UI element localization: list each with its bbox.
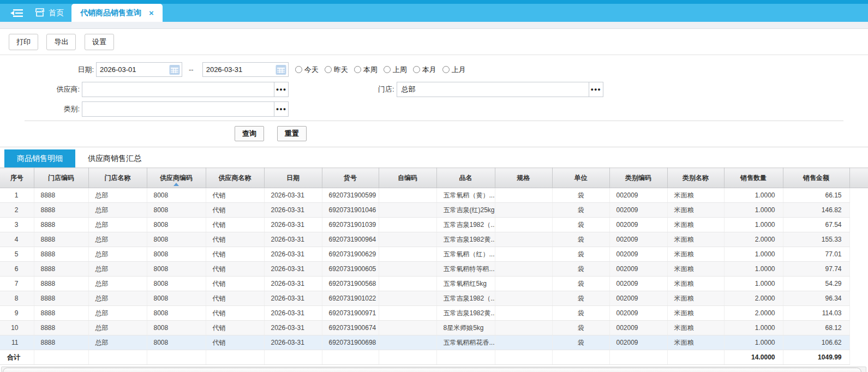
print-button[interactable]: 打印: [9, 34, 38, 50]
column-header[interactable]: 单位: [552, 168, 609, 188]
column-header[interactable]: 销售金额: [783, 168, 849, 188]
cell-unit: 袋: [552, 203, 609, 218]
radio-icon: [384, 66, 391, 73]
horizontal-scrollbar-thumb[interactable]: [3, 368, 861, 372]
column-header[interactable]: 品名: [436, 168, 495, 188]
cell-supplier-code: 8008: [147, 188, 206, 203]
date-from-input[interactable]: [97, 63, 166, 76]
cell-item-no: 6920731901022: [322, 291, 379, 306]
radio-label: 上月: [452, 65, 466, 75]
cell-self-code: [379, 291, 436, 306]
column-header[interactable]: 供应商名称: [206, 168, 264, 188]
cell-item-no: 6920731900964: [322, 232, 379, 247]
table-row[interactable]: 38888总部8008代销2026-03-316920731901039五常吉泉…: [0, 218, 868, 232]
radio-last-week[interactable]: 上周: [384, 65, 407, 75]
table-row[interactable]: 118888总部8008代销2026-03-316920731900698五常氧…: [0, 335, 868, 350]
supplier-picker-button[interactable]: ●●●: [274, 82, 289, 97]
column-header[interactable]: 序号: [0, 168, 34, 188]
cell-item-no: 6920731900599: [322, 188, 379, 203]
cell-cat-name: 米面粮: [667, 218, 724, 232]
calendar-icon[interactable]: [276, 64, 286, 77]
sort-ascending-icon: [173, 183, 179, 186]
column-header[interactable]: 供应商编码: [147, 168, 206, 188]
total-empty-cell: [667, 350, 724, 365]
cell-product: 五常氧稻稻花香...: [436, 335, 495, 350]
collapse-menu-icon[interactable]: [10, 4, 23, 22]
table-row[interactable]: 88888总部8008代销2026-03-316920731901022五常吉泉…: [0, 291, 868, 306]
column-header[interactable]: 类别名称: [667, 168, 724, 188]
supplier-label: 供应商:: [0, 85, 80, 94]
cell-item-no: 6920731901046: [322, 203, 379, 218]
category-label: 类别:: [0, 104, 80, 114]
cell-product: 五常吉泉(红)25kg: [436, 203, 495, 218]
close-tab-icon[interactable]: ×: [149, 9, 154, 17]
cell-product: 五常氧稻特等稻...: [436, 262, 495, 277]
category-picker-button[interactable]: ●●●: [274, 101, 289, 117]
cell-unit: 袋: [552, 335, 609, 350]
cell-product: 五常吉泉1982（...: [436, 291, 495, 306]
export-button[interactable]: 导出: [46, 34, 76, 50]
table-row[interactable]: 58888总部8008代销2026-03-316920731900629五常氧稻…: [0, 247, 868, 262]
cell-store-name: 总部: [88, 262, 147, 277]
radio-yesterday[interactable]: 昨天: [325, 65, 348, 75]
cell-cat-code: 002009: [609, 335, 667, 350]
column-header[interactable]: 货号: [322, 168, 379, 188]
table-row[interactable]: 78888总部8008代销2026-03-316920731900568五常氧稻…: [0, 277, 868, 291]
radio-this-week[interactable]: 本周: [354, 65, 378, 75]
column-header[interactable]: 销售数量: [724, 168, 783, 188]
radio-icon: [413, 66, 420, 73]
horizontal-scrollbar[interactable]: [1, 367, 866, 372]
query-button[interactable]: 查询: [235, 126, 264, 141]
cell-filler: [849, 306, 868, 321]
tab-product-sales-detail[interactable]: 商品销售明细: [4, 149, 75, 167]
column-header[interactable]: 门店名称: [88, 168, 147, 188]
column-header[interactable]: 日期: [264, 168, 322, 188]
store-input[interactable]: [397, 82, 589, 97]
category-input[interactable]: [82, 101, 274, 117]
table-footer: 合计14.00001049.99: [0, 350, 868, 365]
supplier-store-row: 供应商: ●●● 门店: ●●●: [0, 81, 868, 97]
table-row[interactable]: 98888总部8008代销2026-03-316920731900971五常吉泉…: [0, 306, 868, 321]
cell-spec: [495, 291, 552, 306]
cell-cat-name: 米面粮: [667, 262, 724, 277]
cell-cat-name: 米面粮: [667, 277, 724, 291]
cell-supplier-name: 代销: [206, 218, 264, 232]
date-filter-row: 日期: --: [0, 62, 868, 77]
home-tab[interactable]: 首页: [35, 4, 64, 22]
cell-cat-name: 米面粮: [667, 306, 724, 321]
table-row[interactable]: 68888总部8008代销2026-03-316920731900605五常氧稻…: [0, 262, 868, 277]
column-header[interactable]: 自编码: [379, 168, 436, 188]
tab-supplier-sales-summary[interactable]: 供应商销售汇总: [75, 149, 154, 167]
settings-button[interactable]: 设置: [85, 34, 114, 50]
cell-spec: [495, 188, 552, 203]
table-row[interactable]: 48888总部8008代销2026-03-316920731900964五常吉泉…: [0, 232, 868, 247]
tab-label: 代销商品销售查询: [80, 8, 141, 18]
radio-last-month[interactable]: 上月: [442, 65, 466, 75]
cell-store-code: 8888: [34, 277, 88, 291]
total-label: 合计: [0, 350, 34, 365]
column-header[interactable]: 门店编码: [34, 168, 88, 188]
cell-product: 五常吉泉1982黄...: [436, 232, 495, 247]
cell-store-code: 8888: [34, 188, 88, 203]
column-header[interactable]: 规格: [495, 168, 552, 188]
supplier-input[interactable]: [82, 82, 274, 97]
cell-no: 4: [0, 232, 34, 247]
store-picker-button[interactable]: ●●●: [589, 82, 603, 97]
supplier-field: ●●●: [82, 82, 289, 97]
table-row[interactable]: 108888总部8008代销2026-03-3169207319006748星米…: [0, 321, 868, 335]
radio-label: 昨天: [334, 65, 348, 75]
cell-cat-name: 米面粮: [667, 335, 724, 350]
column-header[interactable]: 类别编码: [609, 168, 667, 188]
quick-range-group: 今天 昨天 本周 上周 本月 上月: [295, 65, 466, 75]
cell-cat-code: 002009: [609, 262, 667, 277]
calendar-icon[interactable]: [169, 64, 180, 77]
table-row[interactable]: 18888总部8008代销2026-03-316920731900599五常氧稻…: [0, 188, 868, 203]
radio-today[interactable]: 今天: [295, 65, 319, 75]
tab-consignment-sales-query[interactable]: 代销商品销售查询 ×: [71, 4, 163, 22]
cell-date: 2026-03-31: [264, 306, 322, 321]
reset-button[interactable]: 重置: [277, 126, 307, 141]
table-row[interactable]: 28888总部8008代销2026-03-316920731901046五常吉泉…: [0, 203, 868, 218]
radio-this-month[interactable]: 本月: [413, 65, 436, 75]
date-to-input[interactable]: [203, 63, 273, 76]
cell-product: 五常吉泉1982（...: [436, 218, 495, 232]
